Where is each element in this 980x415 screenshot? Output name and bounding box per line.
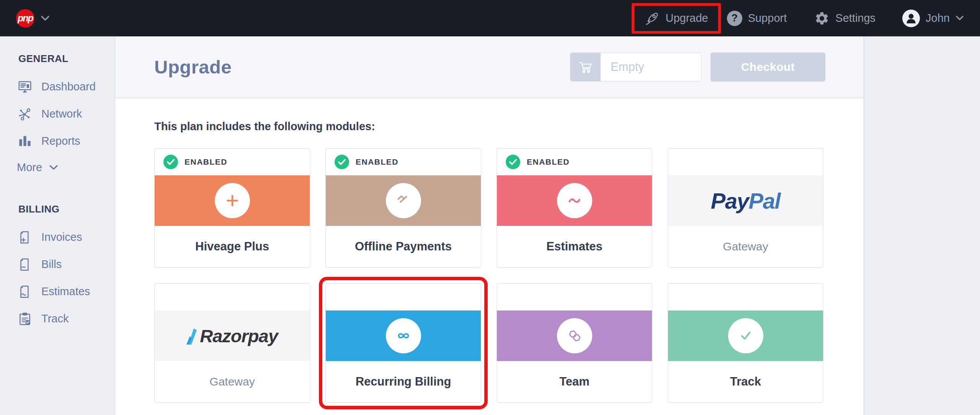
sidebar-item-label: Network [41, 108, 82, 120]
module-card-paypal-gateway[interactable]: PayPal Gateway [668, 148, 823, 268]
enabled-check-icon [335, 155, 349, 169]
nav-settings-button[interactable]: Settings [814, 11, 875, 26]
plus-icon [223, 191, 242, 210]
bar-chart-icon [17, 133, 33, 149]
nav-upgrade-label: Upgrade [665, 12, 708, 25]
chevron-down-icon [956, 15, 964, 21]
sidebar-item-dashboard[interactable]: Dashboard [0, 73, 115, 100]
infinity-icon [394, 327, 413, 345]
cart-addon [570, 53, 601, 81]
app-logo[interactable]: pnp [16, 9, 50, 28]
sidebar-item-bills[interactable]: Bills [0, 251, 115, 278]
sidebar-item-label: Estimates [41, 285, 90, 298]
document-minus-icon [17, 257, 33, 273]
hexagons-icon [565, 327, 584, 345]
module-name: Estimates [546, 240, 602, 253]
module-name: Gateway [723, 240, 768, 253]
page-title: Upgrade [154, 56, 232, 78]
chevron-down-icon [41, 15, 50, 21]
nav-support-button[interactable]: ? Support [727, 11, 787, 26]
enabled-badge: ENABLED [356, 157, 399, 167]
monitor-icon [17, 79, 33, 95]
navbar-actions: Upgrade ? Support Settings John [632, 3, 964, 34]
sidebar-item-track[interactable]: Track [0, 305, 115, 332]
enabled-badge: ENABLED [527, 157, 570, 167]
module-band [326, 310, 481, 361]
nav-support-label: Support [748, 12, 787, 25]
module-card-offline-payments[interactable]: ENABLED Offline Payments [325, 148, 481, 268]
gear-icon [814, 11, 830, 26]
sidebar-section-billing: BILLING [18, 203, 115, 215]
help-icon: ? [727, 11, 742, 26]
paypal-logo-pal: Pal [749, 188, 781, 214]
modules-grid: ENABLED Hiveage Plus ENABL [154, 148, 864, 403]
checkout-button[interactable]: Checkout [710, 52, 825, 82]
paypal-logo: PayPal [711, 188, 780, 214]
cart-input[interactable] [601, 53, 701, 81]
nav-upgrade-button[interactable]: Upgrade [632, 3, 720, 34]
module-card-estimates[interactable]: ENABLED Estimates [497, 148, 652, 268]
module-band [497, 175, 652, 226]
sidebar-item-invoices[interactable]: Invoices [0, 224, 115, 251]
module-band [155, 175, 310, 226]
network-nodes-icon [17, 106, 33, 122]
sidebar-section-general: GENERAL [18, 52, 115, 65]
module-band: PayPal [668, 175, 823, 226]
nav-user-menu[interactable]: John [902, 10, 964, 27]
nav-user-label: John [926, 12, 950, 25]
rocket-icon [644, 11, 660, 26]
check-icon [737, 327, 755, 345]
module-name: Gateway [209, 375, 255, 388]
enabled-check-icon [506, 155, 520, 169]
module-card-razorpay-gateway[interactable]: Razorpay Gateway [154, 283, 310, 403]
user-avatar [902, 10, 920, 27]
module-card-track[interactable]: Track [668, 283, 823, 403]
sidebar-item-label: Bills [41, 258, 62, 271]
top-navbar: pnp Upgrade ? Support [0, 0, 980, 36]
person-icon [903, 11, 919, 26]
module-card-recurring-billing[interactable]: Recurring Billing [325, 283, 481, 403]
module-card-team[interactable]: Team [497, 283, 652, 403]
waves-icon [394, 191, 413, 210]
sidebar-item-label: Reports [41, 135, 80, 147]
tilde-icon [565, 191, 584, 210]
module-band [326, 175, 481, 226]
sidebar-item-more[interactable]: More [0, 155, 115, 180]
sidebar-item-label: More [17, 161, 42, 174]
chevron-down-icon [49, 165, 58, 170]
clipboard-check-icon [17, 311, 33, 327]
module-card-hiveage-plus[interactable]: ENABLED Hiveage Plus [154, 148, 310, 268]
nav-settings-label: Settings [835, 12, 875, 25]
plan-intro-text: This plan includes the following modules… [154, 120, 864, 133]
module-name: Recurring Billing [356, 375, 451, 389]
enabled-check-icon [163, 155, 178, 169]
sidebar-item-label: Track [41, 312, 69, 325]
razorpay-wordmark: Razorpay [200, 327, 278, 345]
header-actions: Checkout [570, 52, 825, 82]
sidebar-item-estimates[interactable]: Estimates [0, 278, 115, 305]
document-tilde-icon [17, 284, 33, 300]
document-plus-icon [17, 229, 33, 245]
module-name: Track [730, 375, 761, 389]
sidebar-item-network[interactable]: Network [0, 100, 115, 127]
module-name: Offline Payments [355, 240, 452, 253]
main-panel: Upgrade Checkout This pl [115, 36, 864, 415]
shopping-cart-icon [578, 59, 593, 75]
module-band [497, 310, 652, 361]
sidebar-item-reports[interactable]: Reports [0, 127, 115, 155]
module-name: Team [559, 375, 590, 389]
paypal-logo-pay: Pay [711, 188, 749, 214]
sidebar-item-label: Invoices [41, 231, 82, 243]
sidebar: GENERAL Dashboard [0, 36, 115, 415]
razorpay-logo: Razorpay [186, 327, 278, 345]
content-area: This plan includes the following modules… [115, 98, 864, 403]
cart-widget [570, 52, 701, 82]
logo-icon: pnp [16, 9, 34, 28]
page-header: Upgrade Checkout [115, 36, 864, 98]
module-band [668, 310, 823, 361]
razorpay-flag-icon [186, 328, 197, 345]
sidebar-item-label: Dashboard [41, 80, 96, 93]
enabled-badge: ENABLED [185, 157, 227, 167]
module-name: Hiveage Plus [195, 240, 269, 253]
module-band: Razorpay [155, 310, 310, 361]
